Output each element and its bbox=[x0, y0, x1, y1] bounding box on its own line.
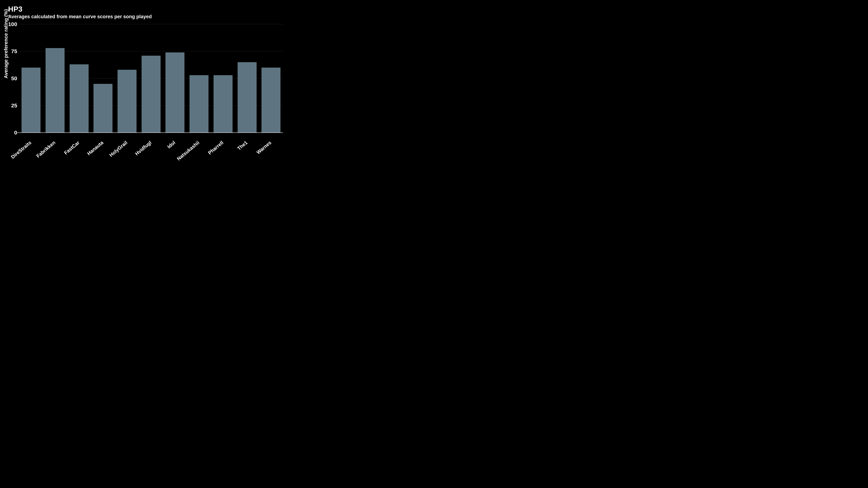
x-axis-line bbox=[17, 132, 283, 133]
y-axis-label: Average preference rating (%) bbox=[3, 9, 9, 78]
chart-title: HP3 bbox=[8, 5, 152, 13]
bar-warnes bbox=[261, 68, 280, 133]
y-tick-label: 75 bbox=[3, 48, 17, 55]
y-tick-label: 50 bbox=[3, 75, 17, 82]
bar-hanauta bbox=[93, 84, 113, 133]
y-tick-label: 100 bbox=[3, 21, 17, 27]
y-tick-label: 25 bbox=[3, 102, 17, 109]
plot-area bbox=[19, 24, 283, 133]
chart-subtitle: Averages calculated from mean curve scor… bbox=[8, 14, 152, 20]
bar-fabrikken bbox=[45, 48, 65, 133]
bar-pharrell bbox=[214, 75, 232, 133]
bar-holygrail bbox=[118, 70, 136, 133]
bar-natsukashii bbox=[189, 75, 209, 133]
bar-hvidfugl bbox=[142, 56, 161, 133]
bar-the1 bbox=[238, 62, 257, 133]
y-tick-label: 0 bbox=[3, 130, 17, 136]
x-tick-label: DireStraits bbox=[1, 140, 33, 163]
bar-fastcar bbox=[70, 64, 89, 133]
bar-idol bbox=[165, 53, 184, 133]
gridline bbox=[19, 24, 283, 24]
title-block: HP3 Averages calculated from mean curve … bbox=[8, 5, 152, 20]
chart-container: HP3 Averages calculated from mean curve … bbox=[0, 0, 289, 163]
bar-direstraits bbox=[22, 68, 40, 133]
